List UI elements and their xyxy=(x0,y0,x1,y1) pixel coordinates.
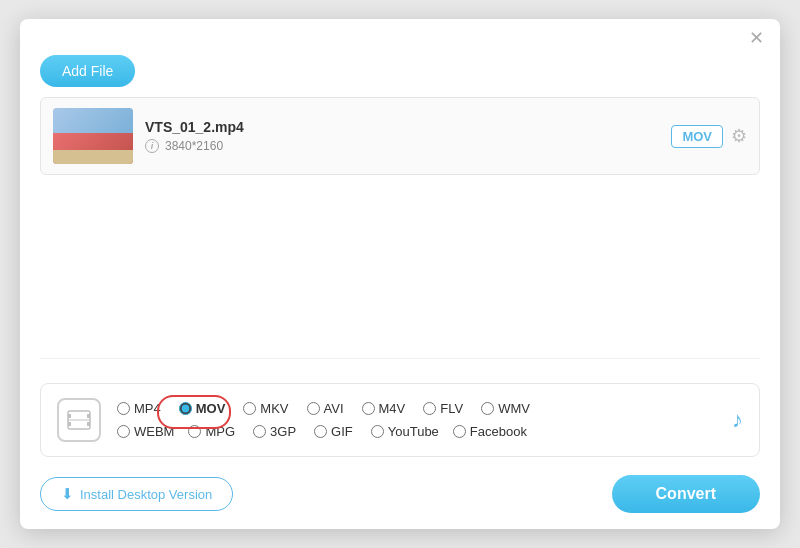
format-badge[interactable]: MOV xyxy=(671,125,723,148)
format-option-3gp[interactable]: 3GP xyxy=(253,424,296,439)
format-option-mpg[interactable]: MPG xyxy=(188,424,235,439)
file-actions: MOV ⚙ xyxy=(671,125,747,148)
format-option-wmv[interactable]: WMV xyxy=(481,401,530,416)
bottom-bar: ⬇ Install Desktop Version Convert xyxy=(20,457,780,529)
install-button[interactable]: ⬇ Install Desktop Version xyxy=(40,477,233,511)
convert-button[interactable]: Convert xyxy=(612,475,760,513)
svg-rect-1 xyxy=(68,414,71,418)
svg-rect-3 xyxy=(87,414,90,418)
file-item: VTS_01_2.mp4 i 3840*2160 MOV ⚙ xyxy=(40,97,760,175)
title-bar: ✕ xyxy=(20,19,780,47)
file-resolution: 3840*2160 xyxy=(165,139,223,153)
format-icon xyxy=(57,398,101,442)
svg-rect-4 xyxy=(87,422,90,426)
audio-icon: ♪ xyxy=(732,407,743,433)
file-meta: i 3840*2160 xyxy=(145,139,659,153)
format-option-avi[interactable]: AVI xyxy=(307,401,344,416)
main-window: ✕ Add File VTS_01_2.mp4 i 3840*2160 xyxy=(20,19,780,529)
format-option-facebook[interactable]: Facebook xyxy=(453,424,527,439)
settings-button[interactable]: ⚙ xyxy=(731,125,747,147)
svg-rect-2 xyxy=(68,422,71,426)
format-option-mp4[interactable]: MP4 xyxy=(117,401,161,416)
toolbar: Add File xyxy=(20,47,780,97)
file-thumbnail xyxy=(53,108,133,164)
format-panel: MP4 MOV MKV AVI M4V FLV WM xyxy=(40,383,760,457)
download-icon: ⬇ xyxy=(61,485,74,503)
format-option-webm[interactable]: WEBM xyxy=(117,424,174,439)
format-option-m4v[interactable]: M4V xyxy=(362,401,406,416)
add-file-button[interactable]: Add File xyxy=(40,55,135,87)
format-option-gif[interactable]: GIF xyxy=(314,424,353,439)
install-label: Install Desktop Version xyxy=(80,487,212,502)
format-option-flv[interactable]: FLV xyxy=(423,401,463,416)
file-info: VTS_01_2.mp4 i 3840*2160 xyxy=(145,119,659,153)
format-option-mov[interactable]: MOV xyxy=(179,401,226,416)
format-option-youtube[interactable]: YouTube xyxy=(371,424,439,439)
close-button[interactable]: ✕ xyxy=(747,29,766,47)
file-list: VTS_01_2.mp4 i 3840*2160 MOV ⚙ xyxy=(20,97,780,267)
divider xyxy=(40,358,760,359)
info-icon: i xyxy=(145,139,159,153)
file-name: VTS_01_2.mp4 xyxy=(145,119,659,135)
format-option-mkv[interactable]: MKV xyxy=(243,401,288,416)
